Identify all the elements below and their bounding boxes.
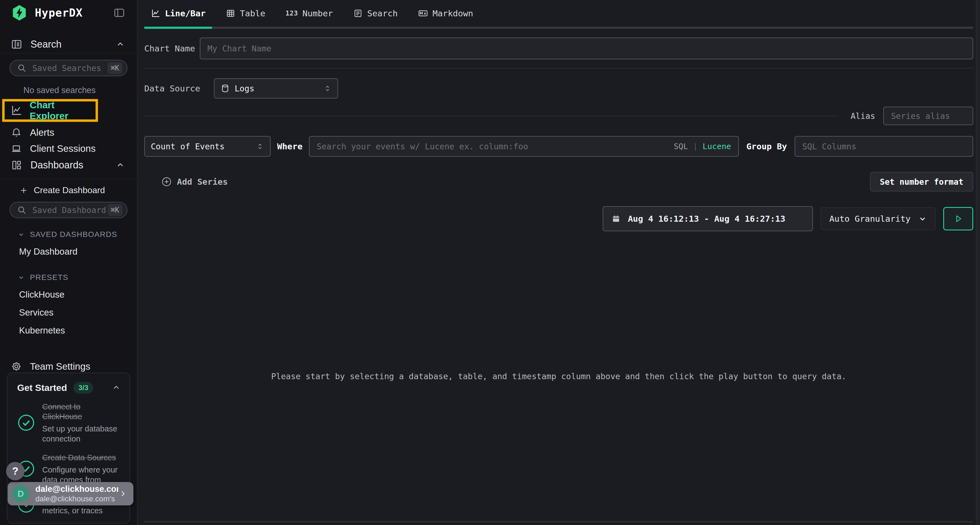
avatar: D (12, 485, 29, 503)
user-account-chip[interactable]: D dale@clickhouse.com dale@clickhouse.co… (8, 482, 134, 505)
chart-explorer-label: Chart Explorer (30, 100, 95, 121)
plus-circle-icon (161, 176, 172, 187)
scrollbar[interactable] (976, 0, 980, 525)
alias-input[interactable] (884, 107, 973, 125)
create-dashboard-label: Create Dashboard (34, 185, 105, 195)
plus-icon (20, 186, 28, 195)
sql-toggle-option[interactable]: SQL (674, 142, 688, 151)
collapse-sidebar-icon (113, 6, 126, 19)
toggle-divider: | (693, 142, 697, 151)
sidebar-item-my-dashboard[interactable]: My Dashboard (19, 246, 137, 257)
presets-group-header[interactable]: PRESETS (18, 273, 137, 282)
time-controls-row: Aug 4 16:12:13 - Aug 4 16:27:13 Auto Gra… (144, 206, 973, 231)
sidebar-item-kubernetes[interactable]: Kubernetes (19, 325, 137, 336)
chart-type-tabs: Line/Bar Table 123 Number (144, 0, 973, 29)
series-row: Count of Events Where SQL | Lucene Group… (144, 136, 973, 157)
time-range-picker[interactable]: Aug 4 16:12:13 - Aug 4 16:27:13 (603, 206, 813, 231)
saved-dashboards-input[interactable] (32, 205, 108, 215)
query-language-toggle[interactable]: SQL | Lucene (674, 142, 731, 151)
sidebar-item-chart-explorer[interactable]: Chart Explorer (2, 99, 98, 122)
get-started-header[interactable]: Get Started 3/3 (17, 382, 121, 393)
command-k-shortcut: ⌘K (108, 62, 123, 74)
where-label: Where (277, 141, 302, 151)
markdown-icon (418, 8, 428, 19)
set-number-format-button[interactable]: Set number format (870, 172, 973, 192)
data-source-label: Data Source (144, 84, 214, 93)
presets-header-label: PRESETS (30, 273, 68, 282)
saved-searches-input[interactable] (32, 63, 108, 73)
time-range-value: Aug 4 16:12:13 - Aug 4 16:27:13 (628, 214, 785, 224)
where-search-input[interactable] (310, 136, 674, 156)
divider (0, 179, 137, 179)
data-source-row: Data Source Logs (144, 78, 973, 98)
get-started-progress-badge: 3/3 (73, 382, 93, 393)
tab-label: Number (302, 8, 333, 18)
logo-row[interactable]: HyperDX (0, 0, 137, 25)
set-number-format-label: Set number format (880, 177, 963, 187)
chevron-up-icon[interactable] (111, 383, 121, 392)
granularity-select[interactable]: Auto Granularity (821, 207, 935, 230)
get-started-item-text: metrics, or traces (42, 506, 121, 516)
saved-dashboards-group-header[interactable]: SAVED DASHBOARDS (18, 230, 137, 239)
divider (0, 53, 137, 54)
add-series-label: Add Series (177, 177, 228, 187)
sidebar-item-clickhouse[interactable]: ClickHouse (19, 289, 137, 300)
data-source-value: Logs (235, 84, 254, 93)
app-root: HyperDX Search (0, 0, 980, 525)
app-title: HyperDX (35, 6, 83, 19)
updown-chevron-icon (256, 142, 264, 151)
tab-number[interactable]: 123 Number (279, 0, 339, 27)
sidebar-item-team-settings[interactable]: Team Settings (0, 360, 137, 373)
main-content: Line/Bar Table 123 Number (137, 0, 980, 525)
chevron-up-icon (116, 160, 125, 170)
sidebar-item-alerts[interactable]: Alerts (0, 126, 137, 139)
sidebar-section-dashboards[interactable]: Dashboards (0, 158, 137, 172)
get-started-item[interactable]: Create Data Sources Configure where your… (17, 453, 121, 485)
chevron-down-icon (918, 214, 927, 223)
table-icon (226, 8, 235, 18)
group-by-input[interactable] (795, 136, 973, 156)
lucene-toggle-option[interactable]: Lucene (703, 142, 731, 151)
chart-empty-state: Please start by selecting a database, ta… (144, 231, 973, 522)
chevron-right-icon (118, 489, 127, 498)
aggregation-select[interactable]: Count of Events (144, 136, 270, 157)
collapse-sidebar-button[interactable] (113, 6, 126, 19)
sidebar: HyperDX Search (0, 0, 137, 525)
sidebar-item-services[interactable]: Services (19, 308, 137, 318)
get-started-item-title: Create Data Sources (42, 453, 121, 463)
laptop-icon (11, 143, 22, 154)
alias-field (883, 106, 973, 125)
sidebar-item-client-sessions[interactable]: Client Sessions (0, 142, 137, 155)
saved-dashboards-header-label: SAVED DASHBOARDS (30, 230, 117, 239)
get-started-item[interactable]: Connect to ClickHouse Set up your databa… (17, 402, 121, 444)
tab-table[interactable]: Table (219, 0, 272, 27)
create-dashboard-button[interactable]: Create Dashboard (20, 185, 137, 195)
tab-markdown[interactable]: Markdown (411, 0, 480, 27)
saved-dashboards-search[interactable]: ⌘K (10, 202, 127, 218)
updown-chevron-icon (323, 84, 332, 92)
command-k-shortcut: ⌘K (108, 204, 123, 216)
user-email: dale@clickhouse.com (35, 484, 118, 494)
calendar-icon (611, 214, 620, 223)
alerts-label: Alerts (30, 127, 54, 138)
sidebar-section-search[interactable]: Search (0, 37, 137, 51)
chart-name-field (200, 38, 973, 59)
help-button[interactable]: ? (6, 462, 24, 481)
search-doc-icon (353, 8, 363, 18)
add-series-button[interactable]: Add Series (159, 176, 229, 187)
data-source-select[interactable]: Logs (214, 78, 338, 98)
search-section-label: Search (30, 39, 62, 50)
divider (144, 116, 838, 116)
saved-searches-search[interactable]: ⌘K (10, 60, 127, 76)
user-team: dale@clickhouse.com's (35, 495, 118, 503)
get-started-item-subtitle: Set up your database connection (42, 424, 121, 444)
chart-name-row: Chart Name (144, 38, 973, 59)
no-saved-searches-text: No saved searches (24, 86, 137, 95)
granularity-value: Auto Granularity (829, 214, 911, 224)
tab-line-bar[interactable]: Line/Bar (144, 0, 212, 27)
tab-search[interactable]: Search (347, 0, 404, 27)
dashboards-icon (11, 159, 22, 171)
run-query-play-button[interactable] (943, 207, 973, 230)
number-123-icon: 123 (286, 10, 298, 17)
chart-name-input[interactable] (200, 38, 973, 59)
